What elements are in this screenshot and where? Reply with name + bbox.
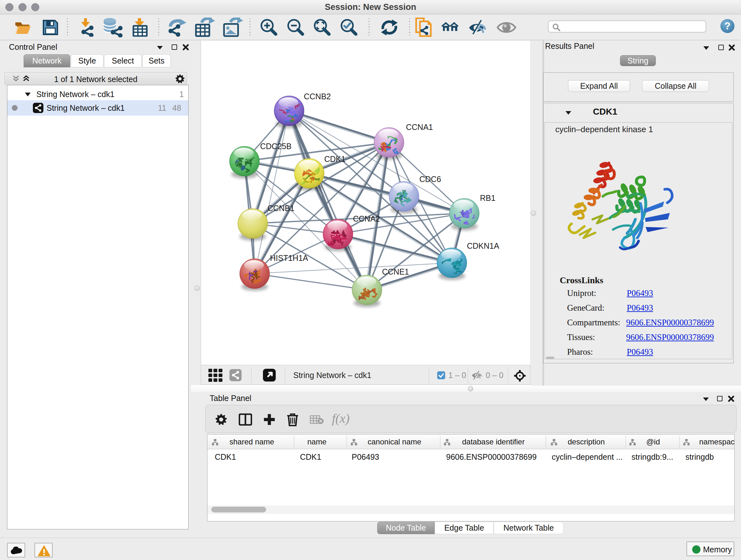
svg-text:CCNB1: CCNB1: [267, 204, 294, 212]
svg-text:CCNA2: CCNA2: [353, 214, 380, 223]
svg-text:CDC6: CDC6: [419, 175, 441, 184]
svg-text:CDKN1A: CDKN1A: [467, 241, 499, 250]
svg-text:RB1: RB1: [480, 193, 495, 202]
svg-text:CCNE1: CCNE1: [382, 267, 409, 276]
svg-text:CDK1: CDK1: [324, 154, 346, 164]
svg-text:CDC25B: CDC25B: [260, 142, 292, 151]
svg-text:CCNB2: CCNB2: [304, 92, 331, 101]
svg-text:CCNA1: CCNA1: [406, 123, 433, 132]
svg-text:HIST1H1A: HIST1H1A: [270, 253, 308, 262]
svg-text:?: ?: [724, 20, 731, 32]
